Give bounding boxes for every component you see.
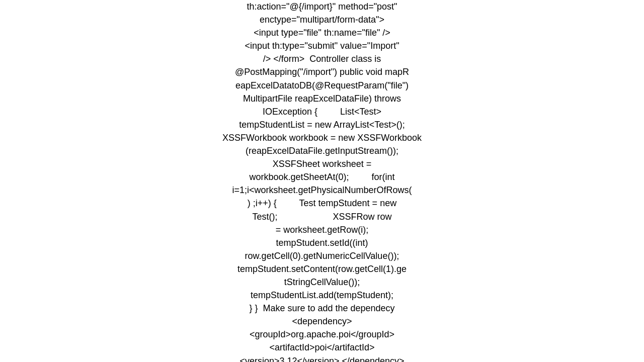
- code-display: th:action="@{/import}" method="post" enc…: [10, 0, 634, 362]
- main-content: th:action="@{/import}" method="post" enc…: [0, 0, 644, 362]
